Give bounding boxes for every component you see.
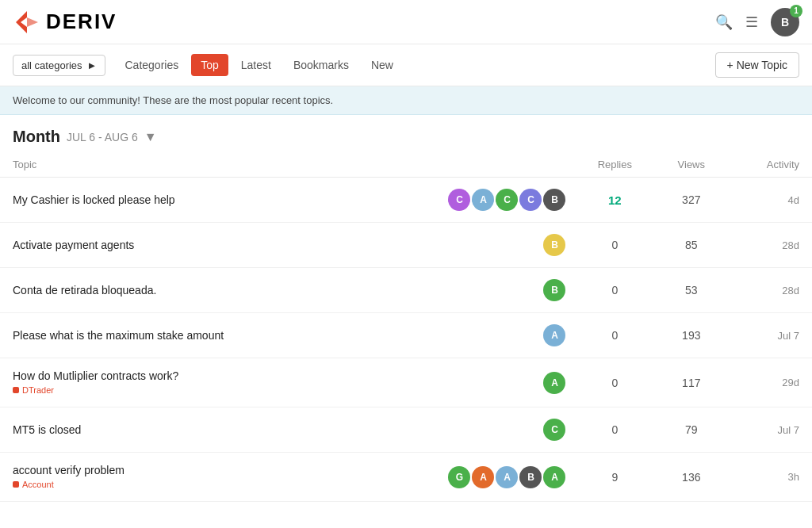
- topic-avatars: A: [448, 324, 565, 346]
- avatar: B: [543, 234, 565, 256]
- table-row: My Cashier is locked please helpCACCB123…: [0, 178, 812, 223]
- nav-top[interactable]: Top: [191, 54, 228, 76]
- avatar: A: [543, 324, 565, 346]
- tag-dot-icon: [13, 481, 19, 488]
- topic-tag[interactable]: Account: [13, 480, 54, 489]
- nav-bar: all categories ► Categories Top Latest B…: [0, 44, 812, 86]
- topic-title[interactable]: Conta de retirada bloqueada.: [13, 284, 423, 297]
- topic-title[interactable]: How do Mutliplier contracts work?: [13, 369, 423, 382]
- table-row: MT5 is closedC079Jul 7: [0, 407, 812, 453]
- category-dropdown[interactable]: all categories ►: [13, 55, 105, 76]
- nav-new[interactable]: New: [362, 54, 403, 76]
- topic-title[interactable]: My Cashier is locked please help: [13, 193, 423, 206]
- topic-avatars: B: [448, 234, 565, 256]
- topic-avatars: C: [448, 419, 565, 441]
- topic-avatars: CACCB: [448, 189, 565, 211]
- col-header-replies: Replies: [578, 152, 651, 178]
- avatar: A: [472, 466, 494, 488]
- logo[interactable]: DERIV: [13, 8, 117, 36]
- welcome-banner: Welcome to our community! These are the …: [0, 86, 812, 115]
- topic-title[interactable]: MT5 is closed: [13, 423, 423, 436]
- topic-views: 327: [651, 178, 731, 223]
- notification-badge: 1: [790, 5, 802, 17]
- col-header-activity: Activity: [731, 152, 812, 178]
- avatar: C: [519, 189, 542, 211]
- table-row: Please what is the maximum stake amountA…: [0, 313, 812, 358]
- month-heading: Month JUL 6 - AUG 6 ▼: [0, 115, 812, 152]
- search-icon[interactable]: 🔍: [715, 13, 733, 31]
- avatar: B: [543, 279, 565, 301]
- nav-latest[interactable]: Latest: [232, 54, 281, 76]
- topic-replies: 0: [578, 358, 651, 407]
- period-range: JUL 6 - AUG 6: [67, 131, 138, 143]
- svg-marker-1: [27, 17, 38, 27]
- table-row: account verify problemAccountGAABA91363h: [0, 453, 812, 502]
- table-row: Activate payment agentsB08528d: [0, 223, 812, 268]
- topic-avatars: GAABA: [448, 466, 565, 488]
- avatar: C: [448, 189, 470, 211]
- avatar: A: [472, 189, 494, 211]
- tag-dot-icon: [13, 387, 19, 393]
- menu-icon[interactable]: ☰: [745, 13, 758, 31]
- topic-replies: 0: [578, 223, 651, 268]
- topic-replies: 0: [578, 313, 651, 358]
- table-row: Conta de retirada bloqueada.B05328d: [0, 268, 812, 313]
- category-label: all categories: [21, 59, 82, 71]
- topic-views: 79: [651, 407, 731, 453]
- topic-title[interactable]: Activate payment agents: [13, 239, 423, 251]
- deriv-logo-icon: [13, 8, 41, 36]
- topic-tag[interactable]: DTrader: [13, 385, 54, 395]
- nav-bookmarks[interactable]: Bookmarks: [284, 54, 358, 76]
- avatar: C: [543, 419, 565, 441]
- avatar: B: [543, 189, 565, 211]
- period-chevron-icon[interactable]: ▼: [144, 130, 157, 144]
- svg-marker-0: [16, 11, 27, 33]
- topic-activity: 28d: [731, 223, 812, 268]
- topic-activity: 3h: [731, 453, 812, 502]
- avatar: G: [448, 466, 470, 488]
- avatar: A: [496, 466, 518, 488]
- table-row: How do Mutliplier contracts work?DTrader…: [0, 358, 812, 407]
- topic-replies: 12: [578, 178, 651, 223]
- topic-replies: 0: [578, 268, 651, 313]
- nav-left: all categories ► Categories Top Latest B…: [13, 54, 403, 76]
- header-actions: 🔍 ☰ B 1: [715, 8, 799, 36]
- topic-views: 85: [651, 223, 731, 268]
- topic-title[interactable]: account verify problem: [13, 464, 423, 476]
- topic-activity: Jul 7: [731, 313, 812, 358]
- chevron-right-icon: ►: [87, 59, 98, 71]
- topic-replies: 9: [578, 453, 651, 502]
- topic-views: 117: [651, 358, 731, 407]
- table-header-row: Topic Replies Views Activity: [0, 152, 812, 178]
- banner-text: Welcome to our community! These are the …: [13, 94, 333, 106]
- period-label: Month: [13, 128, 60, 146]
- topic-avatars: B: [448, 279, 565, 301]
- topic-title[interactable]: Please what is the maximum stake amount: [13, 329, 423, 342]
- site-name: DERIV: [46, 10, 117, 34]
- col-header-topic: Topic: [0, 152, 435, 178]
- user-avatar-wrap[interactable]: B 1: [771, 8, 799, 36]
- topic-activity: 28d: [731, 268, 812, 313]
- nav-categories[interactable]: Categories: [115, 54, 188, 76]
- avatar: C: [496, 189, 518, 211]
- avatar: A: [543, 466, 565, 488]
- avatar: A: [543, 372, 565, 394]
- col-header-avatars: [435, 152, 578, 178]
- topic-activity: Jul 7: [731, 407, 812, 453]
- topic-activity: 29d: [731, 358, 812, 407]
- col-header-views: Views: [651, 152, 731, 178]
- new-topic-button[interactable]: + New Topic: [715, 52, 799, 78]
- topic-activity: 4d: [731, 178, 812, 223]
- header: DERIV 🔍 ☰ B 1: [0, 0, 812, 44]
- topic-table: Topic Replies Views Activity My Cashier …: [0, 152, 812, 502]
- topic-views: 53: [651, 268, 731, 313]
- topic-avatars: A: [448, 372, 565, 394]
- topic-replies: 0: [578, 407, 651, 453]
- topic-views: 136: [651, 453, 731, 502]
- avatar: B: [519, 466, 542, 488]
- topic-views: 193: [651, 313, 731, 358]
